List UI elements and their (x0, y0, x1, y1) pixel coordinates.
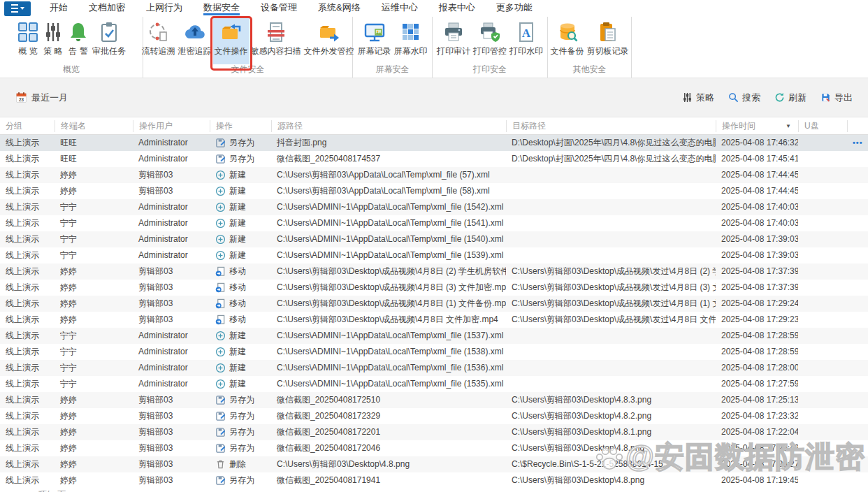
screen-record-button[interactable]: 屏幕记录 (356, 18, 393, 64)
row-group: 线上演示 (0, 199, 55, 215)
table-row[interactable]: 线上演示婷婷剪辑部03移动C:\Users\剪辑部03\Desktop\成品视频… (0, 312, 868, 328)
print-control-button[interactable]: 打印管控 (472, 18, 508, 64)
menu-tab[interactable]: 运维中心 (371, 0, 428, 17)
table-row[interactable]: 线上演示婷婷剪辑部03另存为微信截图_20250408172329C:\User… (0, 408, 868, 424)
menu-tab[interactable]: 报表中心 (428, 0, 486, 17)
leak-trace-button[interactable]: 泄密追踪 (177, 18, 213, 64)
column-header-time[interactable]: 操作时间▼ (716, 120, 798, 132)
file-operations-button[interactable]: 文件操作 (213, 18, 249, 64)
row-target-path: D:\Desktop\封面\2025年\四月\4.8\你见过这么变态的电脑监..… (506, 135, 716, 151)
print-audit-button[interactable]: 打印审计 (435, 18, 472, 64)
ribbon-group-label: 文件安全 (143, 64, 352, 78)
export-button[interactable]: 导出 (820, 92, 853, 104)
column-header-usb[interactable]: U盘 (798, 120, 847, 132)
row-source-path: C:\Users\剪辑部03\AppData\Local\Temp\xml_fi… (271, 183, 506, 199)
row-operation-time: 2025-04-08 17:40:03 (716, 199, 798, 215)
row-target-path: C:\$Recycle.Bin\S-1-5-21-525888014-15... (506, 456, 716, 472)
row-source-path: 微信截图_20250408172510 (271, 392, 506, 408)
printer-icon (442, 21, 465, 43)
table-row[interactable]: 线上演示宁宁Administrator新建C:\Users\ADMINI~1\A… (0, 376, 868, 392)
column-header-terminal[interactable]: 终端名 (55, 120, 133, 132)
row-usb (798, 280, 847, 296)
column-header-user[interactable]: 操作用户 (133, 120, 210, 132)
row-terminal-name: 婷婷 (55, 167, 133, 183)
print-watermark-button[interactable]: A 打印水印 (508, 18, 544, 64)
row-actions[interactable]: ••• (847, 135, 868, 151)
file-backup-button[interactable]: 文件备份 (549, 18, 586, 64)
screen-watermark-button[interactable]: 屏幕水印 (393, 18, 429, 64)
row-operator-user: 剪辑部03 (133, 280, 210, 296)
menu-tab[interactable]: 系统&网络 (308, 0, 371, 17)
search-button[interactable]: 搜索 (728, 92, 760, 104)
table-row[interactable]: 线上演示婷婷剪辑部03新建C:\Users\剪辑部03\AppData\Loca… (0, 183, 868, 199)
table-row[interactable]: 线上演示婷婷剪辑部03另存为微信截图_20250408172510C:\User… (0, 392, 868, 408)
row-actions (847, 344, 868, 360)
table-row[interactable]: 线上演示婷婷剪辑部03移动C:\Users\剪辑部03\Desktop\成品视频… (0, 296, 868, 312)
refresh-button[interactable]: 刷新 (774, 92, 806, 104)
menu-tab[interactable]: 更多功能 (486, 0, 543, 17)
sort-descending-icon[interactable]: ▼ (786, 120, 791, 132)
row-operation-time: 2025-04-08 17:44:45 (716, 167, 798, 183)
row-operation: 另存为 (210, 151, 271, 167)
row-operator-user: 剪辑部03 (133, 183, 210, 199)
table-row[interactable]: 线上演示婷婷剪辑部03另存为微信截图_20250408171941C:\User… (0, 472, 868, 489)
menu-tab[interactable]: 开始 (39, 0, 78, 17)
table-row[interactable]: 线上演示旺旺Administrator另存为微信截图_2025040817453… (0, 151, 868, 167)
row-target-path: C:\Users\剪辑部03\Desktop\4.8.3.png (506, 392, 716, 408)
row-group: 线上演示 (0, 183, 55, 199)
table-row[interactable]: 线上演示婷婷剪辑部03另存为微信截图_20250408172046C:\User… (0, 440, 868, 456)
table-row[interactable]: 线上演示婷婷剪辑部03另存为微信截图_20250408172201C:\User… (0, 424, 868, 440)
sensitive-content-scan-button[interactable]: 敏感内容扫描 (249, 18, 303, 64)
database-magnifier-icon (556, 21, 579, 43)
app-menu-button[interactable] (4, 1, 31, 16)
menu-tab[interactable]: 数据安全 (193, 0, 250, 17)
flow-trace-button[interactable]: 流转追溯 (140, 18, 177, 64)
policy-button[interactable]: 策 略 (41, 18, 66, 64)
table-row[interactable]: 线上演示婷婷剪辑部03删除C:\Users\剪辑部03\Desktop\4.8.… (0, 456, 868, 472)
column-header-target-path[interactable]: 目标路径 (506, 120, 716, 132)
table-row[interactable]: 线上演示宁宁Administrator新建C:\Users\ADMINI~1\A… (0, 215, 868, 231)
row-menu-dots[interactable]: ••• (853, 138, 863, 147)
row-operation: 新建 (210, 376, 271, 392)
search-icon (728, 92, 739, 103)
row-group: 线上演示 (0, 135, 55, 151)
save-as-icon (215, 443, 226, 454)
table-row[interactable]: 线上演示宁宁Administrator新建C:\Users\ADMINI~1\A… (0, 231, 868, 247)
approval-tasks-button[interactable]: 审批任务 (91, 18, 127, 64)
row-usb (798, 183, 847, 199)
row-actions (847, 296, 868, 312)
row-target-path: C:\Users\剪辑部03\Desktop\成品视频\发过\4月8日 (1) … (506, 296, 716, 312)
table-body: 线上演示旺旺Administrator另存为抖音封面.pngD:\Desktop… (0, 135, 868, 489)
table-row[interactable]: 线上演示婷婷剪辑部03移动C:\Users\剪辑部03\Desktop\成品视频… (0, 263, 868, 280)
row-operation: 删除 (210, 456, 271, 472)
row-source-path: C:\Users\剪辑部03\Desktop\成品视频\4月8日 (2) 学生机… (271, 263, 506, 280)
row-terminal-name: 婷婷 (55, 263, 133, 280)
row-source-path: C:\Users\ADMINI~1\AppData\Local\Temp\xml… (271, 215, 506, 231)
pixel-mosaic-icon (400, 21, 422, 43)
table-row[interactable]: 线上演示宁宁Administrator新建C:\Users\ADMINI~1\A… (0, 344, 868, 360)
clipboard-record-button[interactable]: 剪切板记录 (586, 18, 630, 64)
table-row[interactable]: 线上演示宁宁Administrator新建C:\Users\ADMINI~1\A… (0, 247, 868, 263)
file-outgoing-control-button[interactable]: 文件外发管控 (303, 18, 356, 64)
table-row[interactable]: 线上演示旺旺Administrator另存为抖音封面.pngD:\Desktop… (0, 135, 868, 151)
menu-tab[interactable]: 文档加密 (78, 0, 136, 17)
table-row[interactable]: 线上演示婷婷剪辑部03新建C:\Users\剪辑部03\AppData\Loca… (0, 167, 868, 183)
date-range-filter[interactable]: 23 最近一月 (15, 92, 68, 104)
table-row[interactable]: 线上演示宁宁Administrator新建C:\Users\ADMINI~1\A… (0, 360, 868, 376)
row-operation: 另存为 (210, 392, 271, 408)
new-file-icon (215, 234, 226, 245)
column-header-group[interactable]: 分组 (0, 120, 55, 132)
policy-toolbar-button[interactable]: 策略 (682, 92, 714, 104)
table-row[interactable]: 线上演示婷婷剪辑部03移动C:\Users\剪辑部03\Desktop\成品视频… (0, 280, 868, 296)
menu-tab[interactable]: 设备管理 (250, 0, 308, 17)
table-row[interactable]: 线上演示宁宁Administrator新建C:\Users\ADMINI~1\A… (0, 199, 868, 215)
row-group: 线上演示 (0, 392, 55, 408)
overview-button[interactable]: 概 览 (15, 18, 41, 64)
menu-tab[interactable]: 上网行为 (136, 0, 193, 17)
save-as-icon (215, 411, 226, 421)
column-header-operation[interactable]: 操作 (210, 120, 271, 132)
document-scan-icon (265, 21, 287, 43)
column-header-source-path[interactable]: 源路径 (271, 120, 506, 132)
table-row[interactable]: 线上演示宁宁Administrator新建C:\Users\ADMINI~1\A… (0, 328, 868, 344)
alert-button[interactable]: 告 警 (66, 18, 91, 64)
